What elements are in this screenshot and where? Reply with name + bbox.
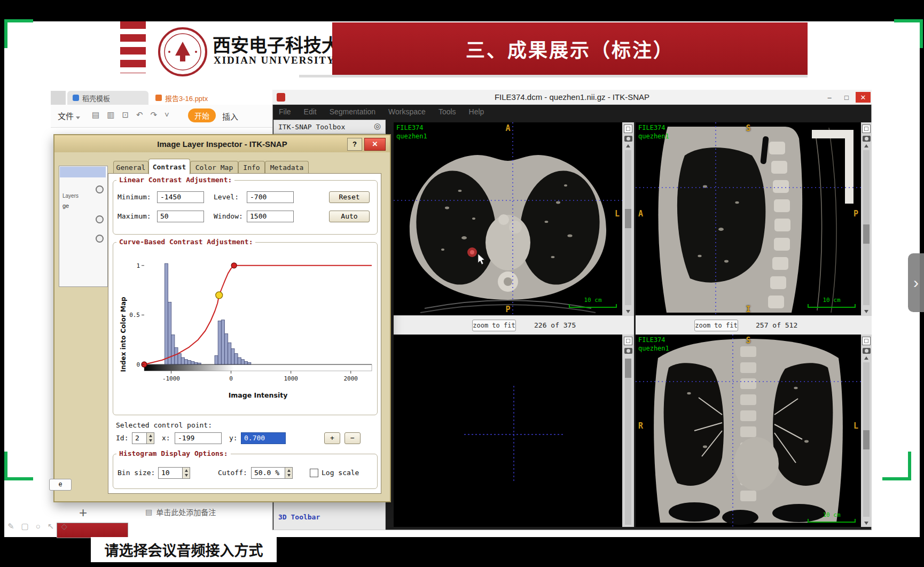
zoom-to-fit-button[interactable]: zoom to fit xyxy=(472,320,516,331)
tab-docer-templates[interactable]: 稻壳模板 xyxy=(67,91,148,105)
undo-icon[interactable]: ↶ xyxy=(136,110,143,120)
itk-titlebar[interactable]: FILE374.dcm - quezhen1.nii.gz - ITK-SNAP xyxy=(272,90,872,105)
coronal-view[interactable]: FILE374 quezhen1 S R L 10 cm xyxy=(636,335,861,527)
notes-field[interactable]: ▤ 单击此处添加备注 xyxy=(145,507,216,517)
redo-icon[interactable]: ↷ xyxy=(151,110,158,120)
scroll-up-icon[interactable] xyxy=(626,144,630,147)
ribbon-tab-insert[interactable]: 插入 xyxy=(222,111,238,122)
3d-view[interactable] xyxy=(394,335,622,527)
frame-corner-bottom-left xyxy=(4,452,33,480)
remove-control-point-button[interactable]: − xyxy=(344,432,361,444)
orient-posterior: P xyxy=(853,209,858,219)
tab-info[interactable]: Info xyxy=(238,161,265,174)
file-menu[interactable]: 文件 xyxy=(58,110,80,121)
svg-text:2000: 2000 xyxy=(344,375,358,382)
contrast-histogram-chart[interactable]: -100001000200000.51 xyxy=(113,251,377,405)
meeting-audio-prompt[interactable]: 请选择会议音频接入方式 xyxy=(91,537,277,562)
log-scale-checkbox[interactable] xyxy=(310,469,318,477)
tab-general[interactable]: General xyxy=(113,161,148,174)
menu-segmentation[interactable]: Segmentation xyxy=(330,107,375,116)
menu-edit[interactable]: Edit xyxy=(304,107,317,116)
layer-visibility-toggle[interactable] xyxy=(96,215,104,223)
expand-view-button[interactable] xyxy=(862,337,871,345)
layer-visibility-toggle[interactable] xyxy=(96,185,104,193)
cutoff-stepper[interactable]: 50.0 % xyxy=(251,467,293,479)
axial-view[interactable]: FILE374 quezhen1 A L P 10 cm xyxy=(394,122,622,315)
partial-tab[interactable] xyxy=(51,91,66,105)
gear-icon[interactable]: ◎ xyxy=(374,121,381,131)
maximum-field[interactable]: 50 xyxy=(157,211,204,222)
help-button[interactable]: ? xyxy=(347,138,362,151)
auto-button[interactable]: Auto xyxy=(329,211,370,222)
expand-view-button[interactable] xyxy=(624,337,632,345)
dropdown-icon[interactable]: ˅ xyxy=(165,110,169,120)
close-button[interactable]: ✕ xyxy=(856,92,871,103)
add-slide-button[interactable]: + xyxy=(79,504,87,521)
menu-tools[interactable]: Tools xyxy=(438,107,456,116)
scale-label: 10 cm xyxy=(569,297,617,304)
tab-color-map[interactable]: Color Map xyxy=(190,161,238,174)
menu-workspace[interactable]: Workspace xyxy=(388,107,426,116)
zoom-to-fit-button[interactable]: zoom to fit xyxy=(694,320,738,331)
save-icon[interactable]: ▤ xyxy=(92,110,99,120)
slide-title-banner: 三、成果展示（标注） xyxy=(332,22,808,75)
layer-row-selected[interactable] xyxy=(60,167,106,177)
x-field[interactable]: -199 xyxy=(175,432,222,444)
layer-row[interactable]: ge xyxy=(62,203,69,209)
minimum-label: Minimum: xyxy=(118,191,151,203)
screenshot-camera-button[interactable] xyxy=(863,136,871,142)
tab-metadata[interactable]: Metadata xyxy=(265,161,309,174)
dialog-close-button[interactable]: ✕ xyxy=(364,138,386,151)
slice-status: 257 of 512 xyxy=(756,321,797,329)
slice-scrollbar[interactable] xyxy=(625,359,631,525)
ellipse-tool-icon[interactable]: ○ xyxy=(36,522,41,531)
reset-button[interactable]: Reset xyxy=(329,191,370,203)
window-label: Window: xyxy=(214,211,243,222)
print-preview-icon[interactable]: ⊡ xyxy=(122,110,129,120)
scroll-down-icon[interactable] xyxy=(626,310,630,313)
partial-button[interactable]: e xyxy=(49,479,72,491)
id-stepper[interactable]: 2 xyxy=(132,432,154,444)
dialog-titlebar[interactable]: Image Layer Inspector - ITK-SNAP xyxy=(54,135,390,152)
window-field[interactable]: 1500 xyxy=(247,211,294,222)
frame-corner-top-left xyxy=(4,19,33,48)
screenshot-camera-button[interactable] xyxy=(624,136,632,142)
scroll-up-icon[interactable] xyxy=(864,356,868,360)
rectangle-tool-icon[interactable]: ▢ xyxy=(21,522,29,531)
slice-scrollbar[interactable] xyxy=(863,362,870,517)
notes-placeholder: 单击此处添加备注 xyxy=(156,507,216,517)
print-icon[interactable]: ▥ xyxy=(107,110,114,120)
slide-thumbnail[interactable] xyxy=(57,523,128,538)
add-control-point-button[interactable]: + xyxy=(324,432,340,444)
scroll-down-icon[interactable] xyxy=(864,310,868,313)
scroll-up-icon[interactable] xyxy=(864,144,868,147)
tab-contrast[interactable]: Contrast xyxy=(148,159,190,174)
slice-scrollbar[interactable] xyxy=(863,150,870,305)
level-field[interactable]: -700 xyxy=(247,191,294,203)
menu-help[interactable]: Help xyxy=(469,107,484,116)
minimum-field[interactable]: -1450 xyxy=(157,191,204,203)
maximize-button[interactable]: □ xyxy=(840,92,853,103)
expand-view-button[interactable] xyxy=(862,125,871,133)
minimize-button[interactable]: – xyxy=(823,92,836,103)
y-field[interactable]: 0.700 xyxy=(241,432,286,444)
tab-presentation-file[interactable]: 报告3-16.pptx xyxy=(150,91,237,105)
chevron-down-icon xyxy=(76,116,80,119)
bin-size-stepper[interactable]: 10 xyxy=(158,467,190,479)
expand-view-button[interactable] xyxy=(624,125,632,133)
pencil-icon[interactable]: ✎ xyxy=(7,522,14,531)
eraser-tool-icon[interactable]: ◇ xyxy=(61,522,67,531)
scroll-down-icon[interactable] xyxy=(864,522,868,525)
sagittal-statusbar: zoom to fit 257 of 512 xyxy=(636,315,872,335)
layer-visibility-toggle[interactable] xyxy=(96,235,104,243)
sagittal-view[interactable]: FILE374 quezhen1 S A P I 10 cm xyxy=(636,122,861,315)
window-title: FILE374.dcm - quezhen1.nii.gz - ITK-SNAP xyxy=(495,92,649,102)
sidebar-expand-handle[interactable]: › xyxy=(908,253,924,312)
slice-scrollbar[interactable] xyxy=(625,150,631,305)
menu-file[interactable]: File xyxy=(279,107,291,116)
itk-menubar: File Edit Segmentation Workspace Tools H… xyxy=(279,105,484,119)
ribbon-tab-home[interactable]: 开始 xyxy=(188,108,216,122)
screenshot-camera-button[interactable] xyxy=(863,348,871,354)
screenshot-camera-button[interactable] xyxy=(624,348,632,354)
pointer-tool-icon[interactable]: ↖ xyxy=(48,522,54,531)
